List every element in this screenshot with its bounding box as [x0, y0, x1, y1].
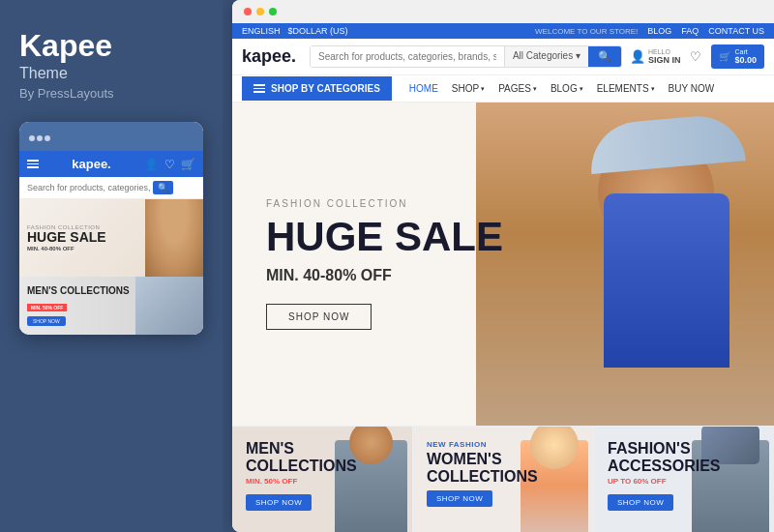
mobile-collection-content: MEN'S COLLECTIONS MIN. 50% OFF SHOP NOW — [27, 285, 130, 326]
signin-action[interactable]: 👤 HELLO SIGN IN — [630, 48, 681, 65]
user-icon: 👤 — [630, 49, 645, 64]
hero-subtitle: MIN. 40-80% OFF — [266, 267, 503, 284]
faq-link[interactable]: FAQ — [681, 26, 699, 36]
utility-bar: ENGLISH $DOLLAR (US) WELCOME TO OUR STOR… — [232, 23, 774, 39]
mobile-hero-image — [145, 199, 203, 277]
banner-mens-button[interactable]: SHOP NOW — [246, 494, 312, 511]
mobile-dots — [29, 128, 52, 145]
cart-icon: 🛒 — [719, 51, 730, 62]
bottom-banners: MEN'SCOLLECTIONS MIN. 50% OFF SHOP NOW N… — [232, 426, 774, 532]
chrome-dot-red — [244, 8, 252, 15]
banner-womens: NEW FASHION WOMEN'SCOLLECTIONS SHOP NOW — [413, 427, 594, 532]
utility-right: WELCOME TO OUR STORE! BLOG FAQ CONTACT U… — [535, 26, 764, 36]
shop-categories-button[interactable]: SHOP BY CATEGORIES — [242, 76, 392, 101]
right-panel: ENGLISH $DOLLAR (US) WELCOME TO OUR STOR… — [232, 0, 774, 532]
mobile-huge-sale: HUGE SALE — [27, 230, 106, 244]
nav-link-shop[interactable]: SHOP ▾ — [452, 75, 485, 102]
nav-link-buy-now[interactable]: BUY NOW — [669, 75, 715, 102]
banner-womens-content: NEW FASHION WOMEN'SCOLLECTIONS SHOP NOW — [427, 440, 538, 507]
cart-label: Cart — [734, 48, 757, 55]
hamburger-icon — [253, 84, 265, 93]
mobile-hero-text: FASHION COLLECTION HUGE SALE MIN. 40-80%… — [27, 224, 106, 251]
mobile-search-button[interactable]: 🔍 — [153, 181, 173, 194]
mobile-hero-figure — [145, 199, 203, 277]
nav-link-elements[interactable]: ELEMENTS ▾ — [597, 75, 655, 102]
brand-subtitle: Theme — [19, 65, 203, 82]
banner-accessories-title: FASHION'SACCESSORIES — [608, 440, 720, 474]
search-bar: All Categories ▾ 🔍 — [310, 45, 622, 68]
cart-icon[interactable]: 🛒 — [181, 158, 195, 171]
chrome-dot-green — [269, 8, 277, 15]
hero-figure — [476, 103, 774, 426]
brand-title: Kapee — [19, 29, 203, 63]
mobile-nav-bar: kapee. 👤 ♡ 🛒 — [19, 151, 203, 177]
mobile-logo: kapee. — [72, 157, 110, 171]
nav-link-home[interactable]: HOME — [409, 75, 438, 102]
wishlist-action[interactable]: ♡ — [690, 49, 701, 64]
brand-by: By PressLayouts — [19, 86, 203, 101]
user-icon[interactable]: 👤 — [144, 158, 159, 171]
welcome-text: WELCOME TO OUR STORE! — [535, 27, 638, 36]
mobile-collection-figure — [135, 277, 203, 335]
heart-icon[interactable]: ♡ — [164, 158, 175, 171]
mobile-topbar — [19, 122, 203, 151]
mobile-icons: 👤 ♡ 🛒 — [144, 158, 195, 171]
mobile-collection-title: MEN'S COLLECTIONS — [27, 285, 130, 296]
mobile-mockup: kapee. 👤 ♡ 🛒 🔍 FASHION COLLECTION HUGE S… — [19, 122, 203, 335]
category-nav: SHOP BY CATEGORIES HOME SHOP ▾ PAGES ▾ B… — [232, 75, 774, 103]
hero-label: FASHION COLLECTION — [266, 198, 503, 209]
hero-cta-button[interactable]: SHOP NOW — [266, 304, 372, 330]
banner-accessories-discount: UP TO 60% OFF — [608, 477, 720, 486]
banner-womens-label: NEW FASHION — [427, 440, 538, 449]
search-button[interactable]: 🔍 — [588, 46, 621, 67]
banner-accessories-button[interactable]: SHOP NOW — [608, 494, 673, 511]
banner-accessories-content: FASHION'SACCESSORIES UP TO 60% OFF SHOP … — [608, 440, 720, 511]
banner-accessories: FASHION'SACCESSORIES UP TO 60% OFF SHOP … — [594, 427, 774, 532]
hamburger-icon[interactable] — [27, 160, 39, 168]
nav-actions: 👤 HELLO SIGN IN ♡ 🛒 Cart $0.00 — [630, 44, 764, 69]
cart-price: $0.00 — [734, 55, 757, 65]
heart-icon: ♡ — [690, 49, 701, 64]
banner-mens: MEN'SCOLLECTIONS MIN. 50% OFF SHOP NOW — [232, 427, 413, 532]
banner-mens-discount: MIN. 50% OFF — [246, 477, 357, 486]
mobile-search-input[interactable] — [27, 183, 153, 192]
nav-link-pages[interactable]: PAGES ▾ — [498, 75, 537, 102]
mobile-search: 🔍 — [19, 177, 203, 199]
language-selector[interactable]: ENGLISH — [242, 26, 281, 36]
nav-link-blog[interactable]: BLOG ▾ — [551, 75, 583, 102]
blog-link[interactable]: BLOG — [647, 26, 671, 36]
hero-image — [476, 103, 774, 426]
chrome-dot-yellow — [256, 8, 264, 15]
category-nav-links: HOME SHOP ▾ PAGES ▾ BLOG ▾ ELEMENTS ▾ BU… — [409, 75, 714, 102]
hero-section: FASHION COLLECTION HUGE SALE MIN. 40-80%… — [232, 103, 774, 426]
cart-action[interactable]: 🛒 Cart $0.00 — [711, 44, 764, 69]
banner-mens-title: MEN'SCOLLECTIONS — [246, 440, 357, 474]
window-chrome — [232, 0, 774, 23]
mobile-min-off: MIN. 40-80% OFF — [27, 246, 106, 251]
banner-womens-button[interactable]: SHOP NOW — [427, 490, 492, 507]
site-logo[interactable]: kapee. — [242, 46, 296, 67]
mobile-collection-badge: MIN. 50% OFF — [27, 304, 67, 311]
shop-categories-label: SHOP BY CATEGORIES — [271, 83, 380, 94]
mobile-collection-banner: MEN'S COLLECTIONS MIN. 50% OFF SHOP NOW — [19, 277, 203, 335]
left-panel: Kapee Theme By PressLayouts kapee. 👤 ♡ 🛒… — [0, 0, 223, 532]
search-input[interactable] — [311, 46, 504, 67]
mobile-shop-button[interactable]: SHOP NOW — [27, 316, 66, 326]
contact-link[interactable]: CONTACT US — [708, 26, 764, 36]
main-nav: kapee. All Categories ▾ 🔍 👤 HELLO SIGN I… — [232, 39, 774, 75]
signin-label: SIGN IN — [648, 55, 681, 65]
mobile-hero: FASHION COLLECTION HUGE SALE MIN. 40-80%… — [19, 199, 203, 277]
banner-womens-title: WOMEN'SCOLLECTIONS — [427, 451, 538, 485]
category-dropdown[interactable]: All Categories ▾ — [504, 46, 588, 67]
banner-mens-content: MEN'SCOLLECTIONS MIN. 50% OFF SHOP NOW — [246, 440, 357, 511]
hero-content: FASHION COLLECTION HUGE SALE MIN. 40-80%… — [266, 198, 503, 330]
currency-selector[interactable]: $DOLLAR (US) — [288, 26, 348, 36]
utility-left: ENGLISH $DOLLAR (US) — [242, 26, 348, 36]
hero-title: HUGE SALE — [266, 217, 503, 257]
